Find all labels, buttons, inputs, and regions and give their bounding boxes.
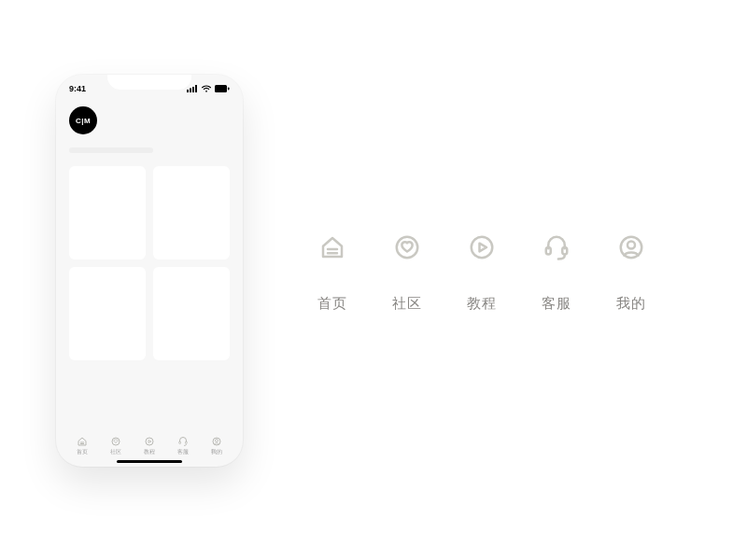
tab-label: 社区 [110,449,121,455]
svg-point-6 [112,438,120,445]
tab-home[interactable]: 首页 [77,436,88,455]
community-icon [393,233,421,261]
home-icon [318,233,346,261]
svg-point-13 [472,237,493,259]
card[interactable] [69,267,146,360]
nav-label: 首页 [317,295,347,313]
cellular-icon [187,85,198,92]
avatar[interactable]: C|M [69,106,97,134]
card[interactable] [153,267,230,360]
profile-icon [211,436,222,447]
home-icon [77,436,88,447]
tab-tutorial[interactable]: 教程 [144,436,155,455]
nav-label: 客服 [542,295,571,313]
profile-icon [617,233,645,261]
card[interactable] [69,166,146,259]
tab-profile[interactable]: 我的 [211,436,222,455]
notch [107,75,191,90]
support-icon [177,436,189,447]
tutorial-icon [144,436,155,447]
tab-label: 首页 [77,449,88,455]
svg-rect-5 [228,88,230,91]
nav-item-profile[interactable]: 我的 [616,233,646,313]
svg-rect-1 [190,89,191,93]
card-grid [56,153,243,373]
svg-rect-4 [215,85,227,92]
battery-icon [215,85,230,92]
svg-rect-8 [179,441,181,444]
svg-rect-15 [562,247,567,255]
phone-mockup: 9:41 C|M [56,75,243,467]
tab-label: 客服 [177,449,189,455]
svg-point-12 [397,237,418,259]
status-time: 9:41 [69,84,86,93]
nav-label: 教程 [467,295,497,313]
wifi-icon [201,85,212,93]
nav-item-tutorial[interactable]: 教程 [467,233,497,313]
community-icon [110,436,121,447]
nav-icons-callout: 首页 社区 教程 客服 我的 [317,233,646,313]
tab-label: 教程 [144,449,155,455]
home-indicator [117,460,182,463]
tab-community[interactable]: 社区 [110,436,121,455]
tutorial-icon [468,233,496,261]
nav-item-home[interactable]: 首页 [317,233,347,313]
svg-rect-2 [192,87,194,92]
tab-bar: 首页 社区 教程 客服 [56,432,243,457]
nav-label: 我的 [616,295,646,313]
tab-label: 我的 [211,449,222,455]
support-icon [543,233,571,261]
status-indicators [187,85,230,93]
svg-point-17 [627,242,635,249]
svg-rect-14 [546,247,551,255]
nav-label: 社区 [392,295,422,313]
nav-item-community[interactable]: 社区 [392,233,422,313]
svg-point-11 [216,440,218,442]
avatar-label: C|M [76,117,91,125]
card[interactable] [153,166,230,259]
svg-rect-3 [195,85,197,92]
nav-item-support[interactable]: 客服 [542,233,571,313]
svg-rect-9 [186,441,188,444]
tab-support[interactable]: 客服 [177,436,189,455]
svg-rect-0 [187,90,189,92]
